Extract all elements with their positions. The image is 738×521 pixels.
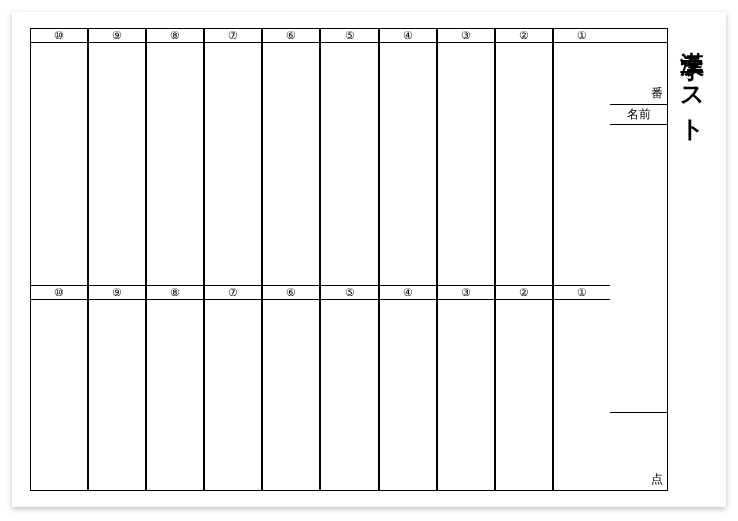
answer-cell xyxy=(31,43,87,285)
col-head: ① xyxy=(554,29,610,43)
col-head: ⑥ xyxy=(263,286,319,300)
answer-cell xyxy=(147,43,203,285)
ten-label: 点 xyxy=(651,471,663,488)
answer-cell xyxy=(263,43,319,285)
answer-cell xyxy=(205,300,261,490)
col-head: ② xyxy=(496,286,552,300)
student-name-row: 名前 xyxy=(610,105,667,125)
col-head: ① xyxy=(554,286,610,300)
answer-cell xyxy=(554,43,610,285)
answer-cell xyxy=(321,43,377,285)
ban-label: 番 xyxy=(651,85,663,102)
answer-cell xyxy=(380,43,436,285)
col-4: ④ xyxy=(379,286,437,490)
col-head: ② xyxy=(496,29,552,43)
col-3: ③ xyxy=(437,286,495,490)
info-spacer: 点 xyxy=(610,125,667,490)
col-7: ⑦ xyxy=(204,286,262,490)
name-label: 名前 xyxy=(627,106,651,123)
col-head: ④ xyxy=(380,29,436,43)
col-1: ① xyxy=(553,29,610,285)
worksheet: ⑩ ⑨ ⑧ ⑦ ⑥ ⑤ ④ ③ ② ① ⑩ ⑨ ⑧ ⑦ ⑥ ⑤ ④ ③ ② xyxy=(12,12,726,507)
col-head: ⑦ xyxy=(205,29,261,43)
col-head: ④ xyxy=(380,286,436,300)
answer-cell xyxy=(89,300,145,490)
info-top-cell xyxy=(610,29,667,43)
col-6: ⑥ xyxy=(262,286,320,490)
col-9: ⑨ xyxy=(88,286,146,490)
col-head: ⑧ xyxy=(147,286,203,300)
col-head: ③ xyxy=(438,29,494,43)
col-8: ⑧ xyxy=(146,286,204,490)
col-2: ② xyxy=(495,286,553,490)
answer-grid: ⑩ ⑨ ⑧ ⑦ ⑥ ⑤ ④ ③ ② ① ⑩ ⑨ ⑧ ⑦ ⑥ ⑤ ④ ③ ② xyxy=(30,28,610,491)
col-head: ⑧ xyxy=(147,29,203,43)
answer-cell xyxy=(554,300,610,490)
col-head: ⑩ xyxy=(31,29,87,43)
col-head: ⑨ xyxy=(89,29,145,43)
info-column: 番 名前 点 xyxy=(610,28,668,491)
student-number-row: 番 xyxy=(610,43,667,105)
col-10: ⑩ xyxy=(31,286,88,490)
col-head: ⑦ xyxy=(205,286,261,300)
answer-cell xyxy=(263,300,319,490)
score-row: 点 xyxy=(610,412,667,490)
col-5: ⑤ xyxy=(320,29,378,285)
worksheet-title: 漢字テスト xyxy=(668,28,708,491)
col-head: ③ xyxy=(438,286,494,300)
col-9: ⑨ xyxy=(88,29,146,285)
row-1: ⑩ ⑨ ⑧ ⑦ ⑥ ⑤ ④ ③ ② ① xyxy=(31,29,610,285)
answer-cell xyxy=(321,300,377,490)
col-6: ⑥ xyxy=(262,29,320,285)
col-7: ⑦ xyxy=(204,29,262,285)
answer-cell xyxy=(147,300,203,490)
col-4: ④ xyxy=(379,29,437,285)
answer-cell xyxy=(31,300,87,490)
col-head: ⑤ xyxy=(321,286,377,300)
answer-cell xyxy=(496,300,552,490)
answer-cell xyxy=(496,43,552,285)
answer-cell xyxy=(89,43,145,285)
col-head: ⑨ xyxy=(89,286,145,300)
col-3: ③ xyxy=(437,29,495,285)
col-5: ⑤ xyxy=(320,286,378,490)
answer-cell xyxy=(438,300,494,490)
col-1: ① xyxy=(553,286,610,490)
answer-cell xyxy=(380,300,436,490)
col-head: ⑩ xyxy=(31,286,87,300)
answer-cell xyxy=(438,43,494,285)
answer-cell xyxy=(205,43,261,285)
main-area: ⑩ ⑨ ⑧ ⑦ ⑥ ⑤ ④ ③ ② ① ⑩ ⑨ ⑧ ⑦ ⑥ ⑤ ④ ③ ② xyxy=(30,28,668,491)
row-2: ⑩ ⑨ ⑧ ⑦ ⑥ ⑤ ④ ③ ② ① xyxy=(31,285,610,490)
col-head: ⑤ xyxy=(321,29,377,43)
col-8: ⑧ xyxy=(146,29,204,285)
col-10: ⑩ xyxy=(31,29,88,285)
col-head: ⑥ xyxy=(263,29,319,43)
col-2: ② xyxy=(495,29,553,285)
